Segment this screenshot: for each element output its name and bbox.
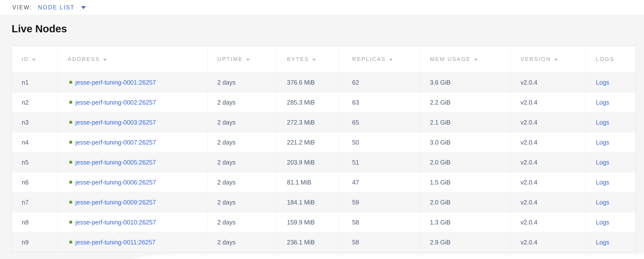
cell-version: v2.0.4	[511, 212, 586, 232]
column-header-bytes[interactable]: BYTES	[277, 46, 339, 72]
cell-address: jesse-perf-tuning-0006:26257	[58, 172, 208, 192]
node-row-n2: n2jesse-perf-tuning-0002:262572 days285.…	[12, 92, 636, 112]
logs-link[interactable]: Logs	[596, 239, 609, 246]
column-label: LOGS	[596, 56, 614, 62]
cell-uptime: 2 days	[208, 132, 277, 152]
cell-id: n5	[12, 152, 58, 172]
logs-link[interactable]: Logs	[596, 139, 609, 146]
address-link[interactable]: jesse-perf-tuning-0009:26257	[75, 199, 156, 206]
sort-caret-icon	[474, 59, 478, 61]
node-row-n1: n1jesse-perf-tuning-0001:262572 days376.…	[12, 72, 636, 92]
node-live-status-icon	[69, 121, 72, 124]
cell-replicas: 58	[339, 232, 420, 252]
node-row-n5: n5jesse-perf-tuning-0005:262572 days203.…	[12, 152, 636, 172]
column-header-id[interactable]: ID	[12, 46, 58, 72]
logs-link[interactable]: Logs	[596, 99, 609, 106]
address-link[interactable]: jesse-perf-tuning-0002:26257	[75, 99, 156, 106]
cell-version: v2.0.4	[511, 232, 586, 252]
address-link[interactable]: jesse-perf-tuning-0003:26257	[75, 119, 156, 126]
header-row: IDADDRESSUPTIMEBYTESREPLICASMEM USAGEVER…	[12, 46, 636, 72]
cell-id: n7	[12, 192, 58, 212]
cell-version: v2.0.4	[511, 192, 586, 212]
node-live-status-icon	[69, 81, 72, 84]
column-label: REPLICAS	[352, 56, 386, 62]
cell-replicas: 58	[339, 212, 420, 232]
below-fold-glow	[125, 254, 644, 259]
sort-caret-icon	[32, 59, 36, 61]
cell-bytes: 203.9 MiB	[277, 152, 339, 172]
cell-id: n1	[12, 72, 58, 92]
cell-mem: 3.6 GiB	[420, 72, 511, 92]
column-header-address[interactable]: ADDRESS	[58, 46, 208, 72]
cell-address: jesse-perf-tuning-0010:26257	[58, 212, 208, 232]
node-live-status-icon	[69, 241, 72, 244]
column-label: ID	[22, 56, 29, 62]
cell-address: jesse-perf-tuning-0003:26257	[58, 112, 208, 132]
cell-uptime: 2 days	[208, 112, 277, 132]
view-bar: VIEW: NODE LIST	[0, 0, 644, 15]
cell-mem: 2.9 GiB	[420, 232, 511, 252]
cell-bytes: 184.1 MiB	[277, 192, 339, 212]
cell-replicas: 51	[339, 152, 420, 172]
logs-link[interactable]: Logs	[596, 79, 609, 86]
column-header-uptime[interactable]: UPTIME	[208, 46, 277, 72]
cell-id: n6	[12, 172, 58, 192]
address-link[interactable]: jesse-perf-tuning-0006:26257	[75, 179, 156, 186]
cell-replicas: 59	[339, 192, 420, 212]
cell-version: v2.0.4	[511, 72, 586, 92]
column-header-logs: LOGS	[586, 46, 636, 72]
cell-address: jesse-perf-tuning-0009:26257	[58, 192, 208, 212]
address-link[interactable]: jesse-perf-tuning-0011:26257	[75, 239, 156, 246]
view-dropdown-value: NODE LIST	[38, 4, 74, 11]
address-link[interactable]: jesse-perf-tuning-0010:26257	[75, 219, 156, 226]
cell-version: v2.0.4	[511, 112, 586, 132]
node-row-n9: n9jesse-perf-tuning-0011:262572 days236.…	[12, 232, 636, 252]
address-link[interactable]: jesse-perf-tuning-0007:26257	[75, 139, 156, 146]
column-header-version[interactable]: VERSION	[511, 46, 586, 72]
cell-id: n9	[12, 232, 58, 252]
node-row-n3: n3jesse-perf-tuning-0003:262572 days272.…	[12, 112, 636, 132]
cell-replicas: 65	[339, 112, 420, 132]
cell-logs: Logs	[586, 72, 636, 92]
cell-address: jesse-perf-tuning-0007:26257	[58, 132, 208, 152]
live-nodes-table: IDADDRESSUPTIMEBYTESREPLICASMEM USAGEVER…	[12, 46, 636, 252]
column-header-mem[interactable]: MEM USAGE	[420, 46, 511, 72]
cell-mem: 2.1 GiB	[420, 112, 511, 132]
node-live-status-icon	[69, 161, 72, 164]
cell-bytes: 272.3 MiB	[277, 112, 339, 132]
address-link[interactable]: jesse-perf-tuning-0001:26257	[75, 79, 156, 86]
cell-bytes: 221.2 MiB	[277, 132, 339, 152]
sort-caret-icon	[312, 59, 316, 61]
node-live-status-icon	[69, 101, 72, 104]
cell-uptime: 2 days	[208, 92, 277, 112]
cell-uptime: 2 days	[208, 232, 277, 252]
cell-version: v2.0.4	[511, 172, 586, 192]
logs-link[interactable]: Logs	[596, 119, 609, 126]
cell-id: n4	[12, 132, 58, 152]
cell-version: v2.0.4	[511, 152, 586, 172]
cell-address: jesse-perf-tuning-0002:26257	[58, 92, 208, 112]
sort-caret-icon	[246, 59, 250, 61]
node-row-n4: n4jesse-perf-tuning-0007:262572 days221.…	[12, 132, 636, 152]
cell-bytes: 81.1 MiB	[277, 172, 339, 192]
logs-link[interactable]: Logs	[596, 219, 609, 226]
logs-link[interactable]: Logs	[596, 159, 609, 166]
node-row-n7: n7jesse-perf-tuning-0009:262572 days184.…	[12, 192, 636, 212]
caret-down-icon	[81, 6, 86, 9]
logs-link[interactable]: Logs	[596, 179, 609, 186]
cell-logs: Logs	[586, 172, 636, 192]
cell-replicas: 62	[339, 72, 420, 92]
logs-link[interactable]: Logs	[596, 199, 609, 206]
cell-bytes: 285.3 MiB	[277, 92, 339, 112]
column-label: UPTIME	[217, 56, 243, 62]
cell-logs: Logs	[586, 192, 636, 212]
sort-caret-icon	[554, 59, 558, 61]
address-link[interactable]: jesse-perf-tuning-0005:26257	[75, 159, 156, 166]
node-live-status-icon	[69, 181, 72, 184]
view-dropdown[interactable]: NODE LIST	[38, 4, 86, 11]
node-live-status-icon	[69, 221, 72, 224]
cell-mem: 2.0 GiB	[420, 192, 511, 212]
view-label: VIEW:	[12, 4, 32, 11]
cell-id: n8	[12, 212, 58, 232]
column-header-replicas[interactable]: REPLICAS	[339, 46, 420, 72]
